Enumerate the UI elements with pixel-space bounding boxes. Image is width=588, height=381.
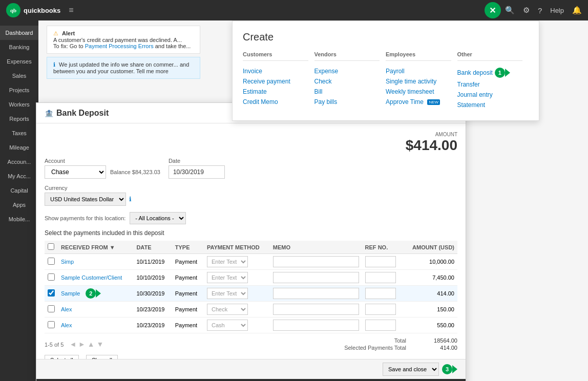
row3-method-cell: Enter Text bbox=[204, 286, 270, 302]
row2-ref-input[interactable] bbox=[365, 272, 396, 283]
menu-check[interactable]: Check bbox=[314, 76, 380, 87]
th-amount: AMOUNT (USD) bbox=[403, 241, 457, 254]
currency-select[interactable]: USD United States Dollar bbox=[45, 193, 126, 206]
location-select[interactable]: - All Locations - bbox=[130, 212, 186, 224]
create-col-vendors: Vendors Expense Check Bill Pay bills bbox=[314, 51, 386, 110]
account-select[interactable]: Chase bbox=[45, 165, 106, 179]
sidebar-item-dashboard[interactable]: Dashboard bbox=[0, 26, 38, 40]
menu-estimate[interactable]: Estimate bbox=[243, 87, 308, 97]
menu-pay-bills[interactable]: Pay bills bbox=[314, 97, 380, 107]
row2-method-select[interactable]: Enter Text bbox=[207, 272, 248, 283]
row3-checkbox[interactable] bbox=[48, 289, 55, 297]
sidebar-item-banking[interactable]: Banking bbox=[0, 40, 38, 54]
row4-ref-input[interactable] bbox=[365, 304, 396, 315]
row2-memo-input[interactable] bbox=[273, 272, 359, 283]
row5-type: Payment bbox=[172, 318, 204, 333]
row4-checkbox[interactable] bbox=[48, 305, 55, 312]
account-date-row: Account Chase Balance $84,323.03 Date bbox=[45, 158, 457, 179]
sidebar-item-apps[interactable]: Apps bbox=[0, 198, 38, 212]
svg-text:qb: qb bbox=[10, 7, 16, 13]
sidebar-item-sales[interactable]: Sales bbox=[0, 69, 38, 83]
dialog-body: AMOUNT $414.00 Account Chase Balance $84… bbox=[36, 123, 466, 359]
sidebar-item-mobile[interactable]: Mobile... bbox=[0, 212, 38, 226]
th-ref-no: REF NO. bbox=[362, 241, 404, 254]
other-header: Other bbox=[457, 51, 523, 61]
date-input[interactable] bbox=[169, 165, 225, 179]
row3-memo-cell bbox=[270, 286, 362, 302]
row4-type: Payment bbox=[172, 302, 204, 318]
row4-method-select[interactable]: Check Enter Text bbox=[207, 304, 248, 315]
currency-info-icon[interactable]: ℹ bbox=[129, 196, 132, 203]
menu-bank-deposit[interactable]: Bank deposit 1 bbox=[457, 66, 523, 79]
row5-method-select[interactable]: Cash Enter Text bbox=[207, 320, 248, 331]
sidebar-item-workers[interactable]: Workers bbox=[0, 97, 38, 112]
row1-ref-input[interactable] bbox=[365, 256, 396, 267]
row1-memo-input[interactable] bbox=[273, 256, 359, 267]
th-memo: MEMO bbox=[270, 241, 362, 254]
help-icon[interactable]: ? bbox=[538, 6, 542, 15]
alert-link[interactable]: Payment Processing Errors bbox=[85, 43, 154, 49]
sidebar-item-expenses[interactable]: Expenses bbox=[0, 54, 38, 69]
row3-from-link[interactable]: Sample bbox=[61, 290, 80, 297]
create-columns: Customers Invoice Receive payment Estima… bbox=[243, 51, 529, 110]
menu-receive-payment[interactable]: Receive payment bbox=[243, 76, 308, 87]
row2-from-link[interactable]: Sample Customer/Client bbox=[61, 274, 122, 281]
row4-from-link[interactable]: Alex bbox=[61, 306, 72, 312]
step3-indicator: 3 bbox=[442, 364, 457, 374]
sidebar-item-mileage[interactable]: Mileage bbox=[0, 140, 38, 155]
row5-memo-input[interactable] bbox=[273, 320, 359, 331]
show-payments-row: Show payments for this location: - All L… bbox=[45, 212, 457, 224]
sidebar-item-capital[interactable]: Capital bbox=[0, 183, 38, 198]
bell-icon[interactable]: 🔔 bbox=[572, 6, 582, 15]
row5-from-link[interactable]: Alex bbox=[61, 322, 72, 328]
menu-journal-entry[interactable]: Journal entry bbox=[457, 90, 523, 100]
row1-method-select[interactable]: Enter Text bbox=[207, 256, 248, 267]
sidebar-item-reports[interactable]: Reports bbox=[0, 112, 38, 126]
close-x-btn[interactable]: ✕ bbox=[485, 2, 501, 18]
amount-label: AMOUNT bbox=[45, 132, 457, 137]
row2-checkbox[interactable] bbox=[48, 273, 55, 281]
clear-all-btn[interactable]: Clear all bbox=[86, 355, 118, 359]
hamburger-icon[interactable]: ≡ bbox=[69, 6, 73, 15]
table-footer-left: 1-5 of 5 ◄ ► ▲ ▼ bbox=[45, 340, 108, 348]
menu-credit-memo[interactable]: Credit Memo bbox=[243, 97, 308, 107]
table-row: Sample 2 10/30/2019 Payment Enter Text bbox=[45, 286, 457, 302]
selected-total-value: 414.00 bbox=[427, 345, 457, 351]
row3-date: 10/30/2019 bbox=[133, 286, 172, 302]
menu-statement[interactable]: Statement bbox=[457, 100, 523, 110]
sidebar-item-my-account[interactable]: My Acc... bbox=[0, 169, 38, 183]
row5-ref-input[interactable] bbox=[365, 320, 396, 331]
row1-from-link[interactable]: Simp bbox=[61, 259, 74, 265]
menu-invoice[interactable]: Invoice bbox=[243, 66, 308, 76]
alert-info-text: We just updated the info we share on com… bbox=[59, 61, 178, 68]
row1-checkbox[interactable] bbox=[48, 258, 55, 265]
row4-memo-input[interactable] bbox=[273, 304, 359, 315]
search-icon[interactable]: 🔍 bbox=[505, 6, 515, 15]
th-date[interactable]: DATE bbox=[133, 241, 172, 254]
settings-icon[interactable]: ⚙ bbox=[523, 6, 530, 15]
row4-ref-cell bbox=[362, 302, 404, 318]
save-options-select[interactable]: Save and close bbox=[383, 363, 439, 376]
sidebar-item-taxes[interactable]: Taxes bbox=[0, 126, 38, 140]
row3-method-select[interactable]: Enter Text bbox=[207, 288, 248, 299]
row3-memo-input[interactable] bbox=[273, 288, 359, 299]
menu-expense[interactable]: Expense bbox=[314, 66, 380, 76]
alert-title: Alert bbox=[62, 30, 75, 36]
row5-checkbox[interactable] bbox=[48, 321, 55, 328]
th-received-from[interactable]: RECEIVED FROM ▼ bbox=[58, 241, 133, 254]
select-all-checkbox[interactable] bbox=[48, 243, 54, 250]
menu-payroll[interactable]: Payroll bbox=[386, 66, 451, 76]
row3-ref-input[interactable] bbox=[365, 288, 396, 299]
dialog-scroll[interactable]: AMOUNT $414.00 Account Chase Balance $84… bbox=[36, 123, 466, 359]
menu-weekly-timesheet[interactable]: Weekly timesheet bbox=[386, 87, 451, 97]
selected-total-row: Selected Payments Total 414.00 bbox=[344, 345, 457, 351]
create-col-employees: Employees Payroll Single time activity W… bbox=[386, 51, 457, 110]
approve-time-badge: NEW bbox=[427, 99, 440, 105]
sidebar-item-projects[interactable]: Projects bbox=[0, 83, 38, 97]
menu-bill[interactable]: Bill bbox=[314, 87, 380, 97]
sidebar-item-accounting[interactable]: Accoun... bbox=[0, 155, 38, 169]
menu-transfer[interactable]: Transfer bbox=[457, 79, 523, 90]
menu-single-time[interactable]: Single time activity bbox=[386, 76, 451, 87]
menu-approve-time[interactable]: Approve Time NEW bbox=[386, 97, 451, 107]
select-all-btn[interactable]: Select all bbox=[45, 355, 79, 359]
